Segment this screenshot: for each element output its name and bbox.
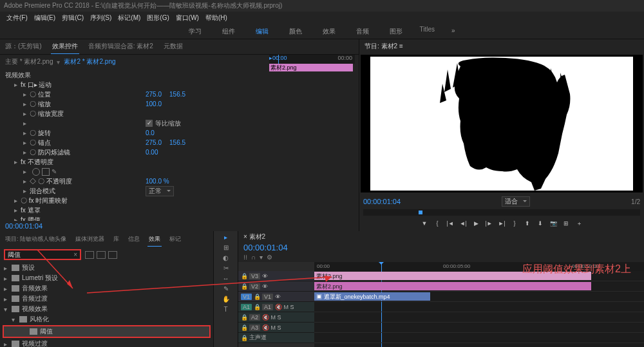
effect-property-row[interactable]: ▸〇 fx 时间重映射 <box>5 196 354 205</box>
transport-stepfwd-icon[interactable]: |► <box>484 219 493 228</box>
mini-playhead[interactable] <box>278 55 279 64</box>
checkbox[interactable]: ✓ <box>146 120 153 127</box>
effect-property-row[interactable]: ▸fx 不透明度 <box>5 157 354 167</box>
track-v3[interactable]: V3 <box>249 273 260 279</box>
ws-graphics[interactable]: 图形 <box>386 26 406 37</box>
tab-project[interactable]: 项目: 陆敏动感人物头像 <box>4 232 68 247</box>
menu-edit[interactable]: 编辑(E) <box>32 13 58 23</box>
transport-stepback-icon[interactable]: ◄| <box>459 219 468 228</box>
tab-media-browser[interactable]: 媒体浏览器 <box>74 232 106 247</box>
tab-markers[interactable]: 标记 <box>168 232 182 247</box>
eye-icon[interactable]: 👁 <box>275 294 281 300</box>
effect-property-row[interactable]: ▸〇 锚点275.0156.5 <box>5 138 354 147</box>
transport-export-icon[interactable]: 📷 <box>549 219 558 228</box>
effect-property-row[interactable]: ▸混合模式正常 <box>5 186 354 196</box>
lock-icon[interactable]: 🔒 <box>254 304 260 310</box>
track-select-tool-icon[interactable]: ⊞ <box>222 244 231 253</box>
effects-filter3-icon[interactable] <box>108 251 117 259</box>
tl-settings-icon[interactable]: ⚙ <box>267 254 272 261</box>
tab-effect-controls[interactable]: 效果控件 <box>51 39 79 54</box>
hand-tool-icon[interactable]: ✋ <box>222 295 231 305</box>
program-resolution[interactable]: 1/2 <box>631 198 640 205</box>
effect-property-row[interactable]: ▸✓等比缩放 <box>5 118 354 128</box>
effect-list-item[interactable]: ▾视频效果 <box>3 304 211 314</box>
effect-property-row[interactable]: ▸〇 位置275.0156.5 <box>5 89 354 99</box>
effect-list-item[interactable]: ▸预设 <box>3 263 211 273</box>
eye-icon[interactable]: 👁 <box>262 283 269 290</box>
ws-titles[interactable]: Titles <box>419 26 435 37</box>
ripple-tool-icon[interactable]: ◐ <box>222 254 231 263</box>
track-a2[interactable]: A2 <box>249 314 260 321</box>
blend-mode-dropdown[interactable]: 正常 <box>146 186 174 196</box>
transport-lift-icon[interactable]: ⬆ <box>523 219 532 228</box>
effect-property-row[interactable]: ▸〇 防闪烁滤镜0.00 <box>5 147 354 157</box>
clip-v2[interactable]: 素材2.png <box>314 282 591 290</box>
effects-filter-icon[interactable] <box>85 251 94 259</box>
mask-pen-icon[interactable]: ✎ <box>52 168 59 176</box>
effect-list-item[interactable]: ▸Lumetri 预设 <box>3 273 211 283</box>
tl-marker-icon[interactable]: ▾ <box>260 254 263 261</box>
tab-effects-panel[interactable]: 效果 <box>147 232 162 247</box>
lock-icon[interactable]: 🔒 <box>241 324 247 331</box>
ws-assembly[interactable]: 组件 <box>218 26 239 37</box>
tl-link-icon[interactable]: ∩ <box>251 254 256 261</box>
tl-snap-icon[interactable]: ⁞⁞ <box>243 254 247 261</box>
clip-v1[interactable]: ▣ 遮罩新_onekeybatch.mp4 <box>314 292 430 301</box>
selection-tool-icon[interactable]: ▸ <box>222 234 231 243</box>
program-scrubber[interactable] <box>363 209 640 216</box>
effect-property-row[interactable]: ▸〇 缩放宽度 <box>5 109 354 118</box>
lock-icon[interactable]: 🔒 <box>241 273 247 279</box>
ws-color[interactable]: 颜色 <box>285 26 306 37</box>
prop-value[interactable]: 156.5 <box>169 139 185 146</box>
mask-rect-icon[interactable] <box>42 168 50 176</box>
prop-value[interactable]: 100.0 % <box>146 178 169 185</box>
program-monitor[interactable] <box>361 55 643 192</box>
prop-value[interactable]: 275.0 <box>146 91 162 98</box>
tab-audio-mixer[interactable]: 音频剪辑混合器: 素材2 <box>87 39 155 54</box>
lock-icon[interactable]: 🔒 <box>254 294 260 300</box>
ws-effects[interactable]: 效果 <box>319 26 339 37</box>
tab-metadata[interactable]: 元数据 <box>162 39 184 54</box>
transport-marker-icon[interactable]: ▼ <box>420 219 429 228</box>
transport-extract-icon[interactable]: ⬇ <box>536 219 545 228</box>
effect-property-row[interactable]: ▸✎ <box>5 167 354 176</box>
effect-property-row[interactable]: ▸fx 口▸ 运动 <box>5 80 354 89</box>
menu-graphics[interactable]: 图形(G) <box>144 13 171 23</box>
menu-marker[interactable]: 标记(M) <box>115 13 143 23</box>
transport-play-icon[interactable]: ▶ <box>471 219 480 228</box>
menu-help[interactable]: 帮助(H) <box>203 13 230 23</box>
menu-sequence[interactable]: 序列(S) <box>88 13 114 23</box>
track-a3[interactable]: A3 <box>249 324 260 331</box>
slip-tool-icon[interactable]: ↔ <box>222 275 231 284</box>
track-v1[interactable]: V1 <box>262 294 273 300</box>
timeline-timecode[interactable]: 00:00:01:04 <box>238 243 644 252</box>
transport-prev-icon[interactable]: |◄ <box>446 219 455 228</box>
pen-tool-icon[interactable]: ✎ <box>222 285 231 294</box>
transport-in-icon[interactable]: { <box>433 219 442 228</box>
transport-next-icon[interactable]: ►| <box>497 219 506 228</box>
prop-value[interactable]: 156.5 <box>169 91 185 98</box>
prop-value[interactable]: 0.0 <box>146 129 155 136</box>
mask-ellipse-icon[interactable] <box>32 168 40 176</box>
prop-value[interactable]: 100.0 <box>146 100 162 108</box>
eye-icon[interactable]: 👁 <box>262 273 269 279</box>
track-master[interactable]: 主声道 <box>249 333 267 342</box>
type-tool-icon[interactable]: T <box>222 306 231 315</box>
ws-learn[interactable]: 学习 <box>185 26 205 37</box>
search-clear-icon[interactable]: × <box>73 251 77 258</box>
track-v2[interactable]: V2 <box>249 283 260 290</box>
effect-property-row[interactable]: ▸fx 遮罩 <box>5 205 354 215</box>
effects-search-input[interactable] <box>8 251 66 258</box>
timeline-seq-title[interactable]: × 素材2 <box>238 231 644 243</box>
prop-value[interactable]: 275.0 <box>146 139 162 146</box>
effect-property-row[interactable]: ▸〇 缩放100.0 <box>5 99 354 109</box>
lock-icon[interactable]: 🔒 <box>241 335 247 341</box>
tab-library[interactable]: 库 <box>112 232 120 247</box>
lock-icon[interactable]: 🔒 <box>241 283 247 290</box>
tab-info[interactable]: 信息 <box>127 232 141 247</box>
track-a1[interactable]: A1 <box>262 304 273 310</box>
breadcrumb-link[interactable]: 素材2 * 素材2.png <box>64 57 115 66</box>
effect-list-item[interactable]: ▸视频过渡 <box>3 339 211 347</box>
transport-compare-icon[interactable]: ⊞ <box>562 219 571 228</box>
ws-editing[interactable]: 编辑 <box>252 26 272 37</box>
